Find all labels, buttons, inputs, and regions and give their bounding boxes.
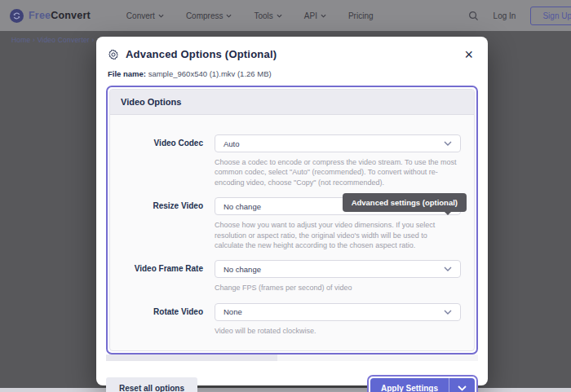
apply-settings-focus-ring: Apply Settings	[367, 375, 478, 392]
rotate-video-select[interactable]: None	[215, 303, 461, 321]
brand-text: FreeConvert	[29, 10, 91, 21]
gear-icon	[108, 49, 119, 60]
file-name-value: sample_960x540 (1).mkv (1.26 MB)	[148, 69, 272, 78]
rotate-video-row: Rotate Video None Video will be rotated …	[123, 303, 461, 336]
freeconvert-logo-icon	[10, 9, 24, 23]
chevron-down-icon	[277, 14, 282, 18]
panel-title: Video Options	[110, 90, 474, 115]
frame-rate-label: Video Frame Rate	[123, 260, 215, 293]
chevron-down-icon	[458, 385, 467, 391]
modal-footer: Reset all options Apply Settings	[96, 361, 488, 392]
apply-settings-button-group: Apply Settings	[370, 378, 475, 392]
nav-right: Log In Sign Up	[468, 7, 571, 25]
video-codec-description: Choose a codec to encode or compress the…	[215, 157, 461, 187]
rotate-video-description: Video will be rotated clockwise.	[215, 326, 461, 336]
search-icon[interactable]	[468, 11, 479, 21]
nav-item-api[interactable]: API	[304, 11, 326, 20]
freeconvert-logo[interactable]: FreeConvert	[10, 9, 91, 23]
next-section-peek	[106, 355, 478, 361]
chevron-down-icon	[444, 266, 452, 271]
modal-title: Advanced Options (Optional)	[126, 48, 277, 60]
nav-item-compress[interactable]: Compress	[186, 11, 232, 20]
breadcrumb[interactable]: Home › Video Converter ›	[11, 36, 95, 44]
nav-item-pricing[interactable]: Pricing	[348, 11, 374, 20]
video-codec-label: Video Codec	[123, 134, 215, 187]
video-codec-select[interactable]: Auto	[215, 134, 461, 152]
top-navbar: FreeConvert Convert Compress Tools API P…	[0, 0, 571, 31]
chevron-down-icon	[444, 141, 452, 146]
chevron-down-icon	[158, 14, 164, 18]
video-options-panel: Video Options Video Codec Auto Choose a …	[106, 86, 478, 355]
resize-video-label: Resize Video	[123, 197, 215, 250]
rotate-video-label: Rotate Video	[123, 303, 215, 336]
advanced-options-modal: Advanced Options (Optional) × File name:…	[96, 37, 488, 385]
video-codec-row: Video Codec Auto Choose a codec to encod…	[123, 134, 461, 187]
nav-item-tools[interactable]: Tools	[254, 11, 281, 20]
frame-rate-row: Video Frame Rate No change Change FPS (f…	[123, 260, 461, 293]
signup-button[interactable]: Sign Up	[530, 7, 571, 25]
resize-video-description: Choose how you want to adjust your video…	[215, 220, 461, 250]
apply-settings-dropdown-toggle[interactable]	[449, 378, 475, 392]
file-name-line: File name: sample_960x540 (1).mkv (1.26 …	[96, 60, 488, 78]
panel-body: Video Codec Auto Choose a codec to encod…	[110, 115, 474, 350]
file-name-label: File name:	[108, 69, 146, 78]
nav-menu: Convert Compress Tools API Pricing	[126, 11, 374, 20]
frame-rate-description: Change FPS (frames per second) of video	[215, 283, 461, 293]
chevron-down-icon	[444, 310, 452, 315]
nav-item-convert[interactable]: Convert	[126, 11, 164, 20]
chevron-down-icon	[321, 14, 326, 18]
reset-all-options-button[interactable]: Reset all options	[106, 377, 197, 392]
login-link[interactable]: Log In	[494, 11, 516, 20]
video-options-panel-inner: Video Options Video Codec Auto Choose a …	[109, 89, 475, 351]
apply-settings-button[interactable]: Apply Settings	[370, 378, 449, 392]
chevron-down-icon	[226, 14, 232, 18]
modal-header: Advanced Options (Optional) ×	[96, 37, 488, 60]
frame-rate-select[interactable]: No change	[215, 260, 461, 278]
resize-video-row: Resize Video No change Advanced settings…	[123, 197, 461, 250]
close-icon[interactable]: ×	[464, 49, 473, 60]
advanced-settings-tooltip: Advanced settings (optional)	[343, 193, 467, 212]
